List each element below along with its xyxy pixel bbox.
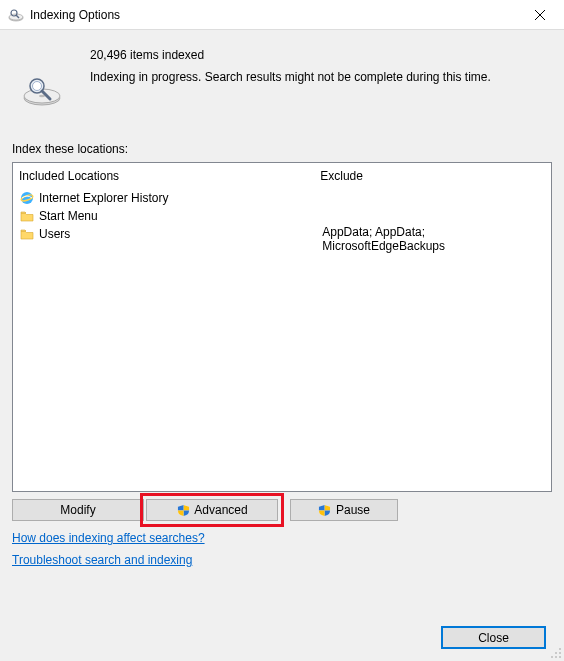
list-item-label: Start Menu (39, 209, 98, 223)
exclude-value (320, 207, 545, 225)
included-column: Included Locations Internet Explorer His… (13, 163, 314, 491)
status-area: 20,496 items indexed Indexing in progres… (12, 30, 552, 118)
svg-point-18 (555, 656, 557, 658)
svg-point-19 (559, 656, 561, 658)
close-window-button[interactable] (520, 1, 560, 29)
troubleshoot-link[interactable]: Troubleshoot search and indexing (12, 553, 192, 567)
included-header: Included Locations (19, 167, 308, 189)
list-item[interactable]: Internet Explorer History (19, 189, 308, 207)
advanced-button[interactable]: Advanced (146, 499, 278, 521)
button-label: Modify (60, 503, 95, 517)
list-item[interactable]: Users (19, 225, 308, 243)
index-locations-label: Index these locations: (12, 142, 552, 156)
list-item-label: Internet Explorer History (39, 191, 168, 205)
svg-point-10 (33, 82, 42, 91)
titlebar: Indexing Options (0, 0, 564, 30)
how-indexing-link[interactable]: How does indexing affect searches? (12, 531, 205, 545)
close-button[interactable]: Close (441, 626, 546, 649)
list-item-label: Users (39, 227, 70, 241)
dialog-content: 20,496 items indexed Indexing in progres… (0, 30, 564, 581)
exclude-header: Exclude (320, 167, 545, 189)
window-title: Indexing Options (30, 8, 520, 22)
button-row: Modify Advanced (12, 492, 552, 525)
close-icon (535, 10, 545, 20)
button-label: Close (478, 631, 509, 645)
status-text: 20,496 items indexed Indexing in progres… (90, 48, 546, 84)
ie-icon (19, 190, 35, 206)
resize-grip[interactable] (548, 645, 562, 659)
modify-button[interactable]: Modify (12, 499, 144, 521)
items-indexed-label: 20,496 items indexed (90, 48, 546, 62)
svg-point-16 (559, 652, 561, 654)
indexing-dialog-icon (8, 7, 24, 23)
button-label: Advanced (194, 503, 247, 517)
exclude-value (320, 189, 545, 207)
button-label: Pause (336, 503, 370, 517)
svg-point-15 (555, 652, 557, 654)
pause-button[interactable]: Pause (290, 499, 398, 521)
exclude-value: AppData; AppData; MicrosoftEdgeBackups (320, 225, 545, 243)
bottom-row: Close (441, 626, 546, 649)
list-item[interactable]: Start Menu (19, 207, 308, 225)
indexing-progress-message: Indexing in progress. Search results mig… (90, 70, 546, 84)
exclude-column: Exclude AppData; AppData; MicrosoftEdgeB… (314, 163, 551, 491)
svg-point-14 (559, 648, 561, 650)
svg-point-17 (551, 656, 553, 658)
uac-shield-icon (176, 503, 190, 517)
locations-list[interactable]: Included Locations Internet Explorer His… (12, 162, 552, 492)
indexing-status-icon (18, 74, 66, 106)
uac-shield-icon (318, 503, 332, 517)
folder-icon (19, 208, 35, 224)
folder-icon (19, 226, 35, 242)
help-links: How does indexing affect searches? Troub… (12, 525, 552, 581)
